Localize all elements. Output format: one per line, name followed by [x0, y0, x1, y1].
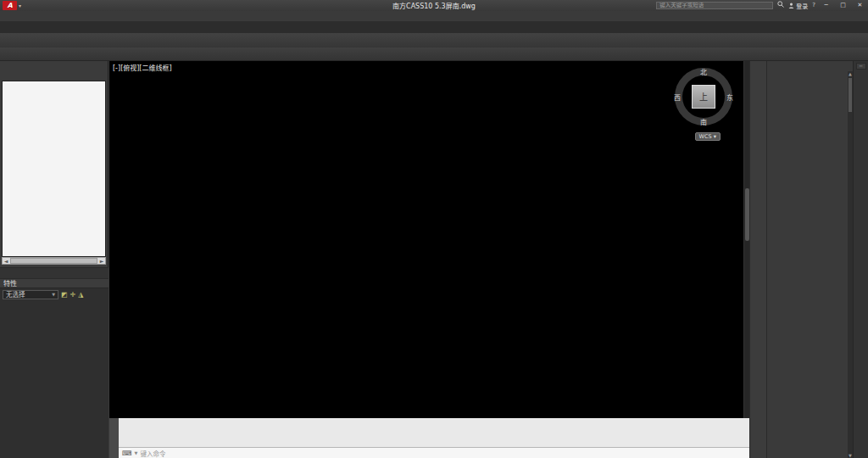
application-window: A ▾ 南方CASS10 5.3屏南.dwg 键入关键字或短语 登录 ? ─ □…	[0, 0, 868, 458]
close-button[interactable]: ✕	[854, 1, 866, 10]
viewport-label[interactable]: [-][俯视][二维线框]	[113, 63, 172, 72]
search-icon[interactable]	[777, 1, 784, 10]
keyboard-icon: ⌨	[122, 450, 132, 457]
category-tab-strip: ─	[853, 61, 868, 458]
toolbar-secondary	[0, 47, 868, 61]
login-button[interactable]: 登录	[788, 2, 808, 10]
command-placeholder: 键入命令	[140, 449, 165, 458]
right-tool-strip	[749, 61, 766, 458]
scroll-left-icon[interactable]: ◄	[3, 258, 9, 264]
compass-north[interactable]: 北	[671, 67, 736, 76]
toolbar-main	[0, 33, 868, 47]
recent-commands-chevron-icon[interactable]: ▼	[135, 450, 138, 455]
compass-top-face[interactable]: 上	[692, 85, 715, 109]
compass-east[interactable]: 东	[726, 92, 733, 102]
select-objects-icon[interactable]: ◮	[78, 291, 83, 299]
command-area: ⌨ ▼ 键入命令	[109, 418, 749, 458]
maximize-button[interactable]: □	[837, 1, 849, 10]
command-side-strip	[109, 418, 119, 458]
scroll-thumb[interactable]	[10, 258, 97, 264]
user-icon	[788, 3, 794, 8]
map-canvas[interactable]	[109, 61, 743, 418]
layer-list-hscrollbar[interactable]: ◄ ►	[2, 257, 106, 265]
minimize-button[interactable]: ─	[820, 1, 832, 10]
title-bar: A ▾ 南方CASS10 5.3屏南.dwg 键入关键字或短语 登录 ? ─ □…	[0, 0, 868, 11]
view-compass[interactable]: 北 南 西 东 上	[671, 64, 736, 129]
quick-select-icon[interactable]: ◩	[61, 291, 68, 299]
menu-bar	[0, 11, 868, 22]
layer-toolbar	[0, 61, 108, 79]
palette-header-icons	[767, 61, 853, 71]
scroll-thumb[interactable]	[849, 78, 852, 112]
command-input[interactable]: ⌨ ▼ 键入命令	[119, 447, 749, 458]
collapse-strip-icon[interactable]: ─	[856, 63, 866, 70]
quick-access-chevron-icon[interactable]: ▾	[19, 3, 21, 8]
layer-list	[2, 81, 106, 257]
scroll-right-icon[interactable]: ►	[98, 258, 105, 264]
palette-grid: ▲ ▼	[767, 71, 853, 458]
selection-dropdown[interactable]: 无选择▼	[3, 290, 58, 299]
compass-west[interactable]: 西	[674, 92, 681, 102]
symbol-palette: ▲ ▼	[766, 61, 853, 458]
properties-panel: 特性 无选择▼ ◩ ✛ ◮	[0, 279, 108, 458]
app-logo-icon[interactable]: A	[3, 1, 17, 10]
drawing-area[interactable]: [-][俯视][二维线框] 北 南 西 东 上 WCS ▾	[109, 61, 749, 418]
file-tab-bar	[0, 22, 868, 33]
left-panel-tabs	[0, 267, 108, 279]
properties-title: 特性	[0, 279, 108, 288]
infocenter-search-input[interactable]: 键入关键字或短语	[656, 2, 773, 9]
compass-south[interactable]: 南	[671, 117, 736, 126]
pick-point-icon[interactable]: ✛	[70, 291, 76, 299]
left-panel: ◄ ► 特性 无选择▼ ◩ ✛ ◮	[0, 61, 108, 458]
wcs-dropdown[interactable]: WCS ▾	[695, 132, 721, 141]
drawing-vscrollbar[interactable]	[743, 61, 749, 418]
help-icon[interactable]: ?	[812, 2, 815, 9]
command-history	[119, 418, 749, 447]
